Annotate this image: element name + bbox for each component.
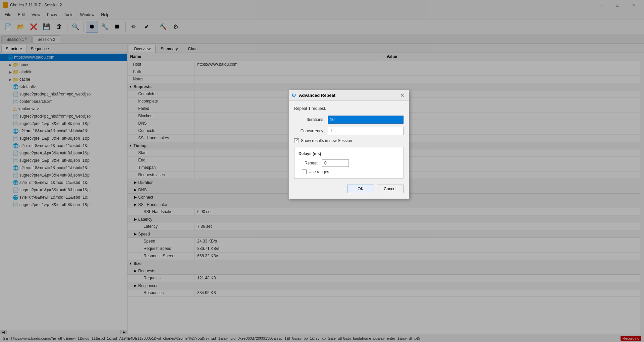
dialog-buttons: OK Cancel [294,183,404,193]
repeat-field: Repeat: [299,159,399,167]
show-results-label: Show results in new Session [301,138,352,143]
use-ranges-checkbox[interactable] [302,169,307,174]
cancel-button[interactable]: Cancel [377,185,404,193]
iterations-label: Iterations: [294,117,328,122]
dialog-subtitle: Repeat 1 request. [294,106,404,111]
repeat-input[interactable] [322,159,349,167]
iterations-input[interactable] [328,116,404,124]
dialog-overlay: ⚙ Advanced Repeat ✕ Repeat 1 request. It… [0,0,644,342]
concurrency-label: Concurrency: [294,129,328,133]
advanced-repeat-dialog: ⚙ Advanced Repeat ✕ Repeat 1 request. It… [288,90,409,199]
iterations-field: Iterations: [294,116,404,124]
concurrency-input[interactable] [328,127,404,135]
concurrency-field: Concurrency: [294,127,404,135]
use-ranges-label: Use ranges [309,169,329,174]
show-results-checkbox[interactable] [294,138,299,143]
dialog-close-button[interactable]: ✕ [398,91,406,99]
show-results-row: Show results in new Session [294,138,404,143]
dialog-title-icon: ⚙ [291,92,296,98]
delays-section-title: Delays (ms) [299,151,399,156]
dialog-title-text: Advanced Repeat [299,93,398,98]
ok-button[interactable]: OK [347,185,374,193]
use-ranges-row: Use ranges [299,169,399,174]
delays-section: Delays (ms) Repeat: Use ranges [294,147,404,179]
repeat-label: Repeat: [299,161,322,165]
dialog-titlebar: ⚙ Advanced Repeat ✕ [289,90,409,101]
dialog-body: Repeat 1 request. Iterations: Concurrenc… [289,101,409,199]
